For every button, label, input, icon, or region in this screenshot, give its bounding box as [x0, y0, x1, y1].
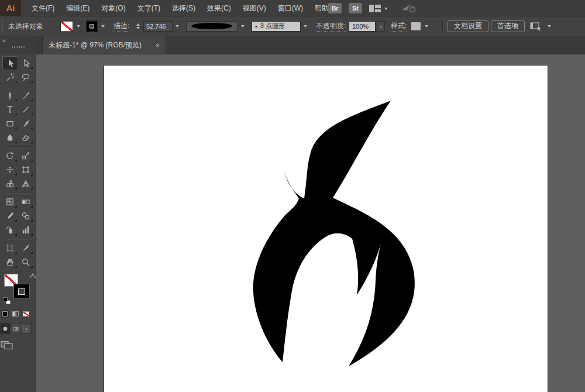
slice-tool[interactable] — [18, 241, 34, 255]
chevron-down-icon — [176, 25, 179, 29]
menu-item-1[interactable]: 编辑(E) — [60, 0, 95, 16]
gradient-button[interactable] — [11, 309, 20, 318]
toolbar-panel: « — [0, 36, 36, 392]
blob-brush-tool[interactable] — [2, 130, 18, 145]
draw-inside-button[interactable] — [21, 323, 32, 334]
draw-normal-button[interactable] — [0, 323, 11, 334]
free-transform-tool[interactable] — [18, 163, 34, 177]
line-segment-tool[interactable] — [18, 102, 34, 116]
toolbar-separator — [5, 86, 32, 87]
collapse-toolbar-button[interactable]: « — [2, 37, 6, 44]
lasso-tool[interactable] — [18, 70, 34, 84]
document-tab-title: 未标题-1* @ 97% (RGB/预览) — [49, 40, 152, 50]
brush-dropdown-button[interactable] — [301, 21, 309, 32]
style-dropdown-button[interactable] — [422, 21, 431, 32]
eyedropper-tool[interactable] — [2, 209, 18, 223]
menu-item-4[interactable]: 选择(S) — [166, 0, 201, 16]
toolbar-separator — [5, 239, 32, 239]
draw-behind-button[interactable] — [11, 323, 21, 334]
swap-fill-stroke-icon[interactable] — [29, 273, 36, 280]
screen-mode-icon[interactable] — [0, 340, 14, 350]
menu-item-7[interactable]: 窗口(W) — [272, 0, 309, 16]
document-tab[interactable]: 未标题-1* @ 97% (RGB/预览) × — [42, 36, 166, 54]
magic-wand-tool[interactable] — [2, 70, 18, 84]
opacity-expand-button[interactable]: › — [377, 21, 385, 32]
stroke-color-swatch[interactable] — [86, 20, 98, 32]
tools-grid — [0, 54, 36, 269]
menu-item-5[interactable]: 效果(C) — [201, 0, 237, 16]
blend-tool[interactable] — [18, 209, 34, 223]
menu-item-6[interactable]: 视图(V) — [237, 0, 272, 16]
stroke-dropdown-button[interactable] — [99, 21, 107, 32]
perspective-grid-tool[interactable] — [18, 177, 34, 191]
close-icon[interactable]: × — [155, 41, 160, 50]
select-similar-icon[interactable] — [530, 22, 543, 31]
style-swatch[interactable] — [411, 22, 421, 31]
brush-dot-icon: • — [255, 23, 257, 30]
chevron-down-icon[interactable] — [384, 8, 388, 12]
menu-item-3[interactable]: 文字(T) — [132, 0, 166, 16]
cs-live-icon[interactable] — [401, 2, 421, 14]
shape-builder-tool[interactable] — [2, 177, 18, 191]
stock-button[interactable]: St — [349, 3, 362, 13]
rectangle-tool[interactable] — [2, 116, 18, 130]
hand-tool[interactable] — [2, 255, 18, 269]
type-tool[interactable] — [2, 102, 18, 116]
flame-shape[interactable] — [253, 101, 415, 366]
default-fill-stroke-icon[interactable] — [3, 297, 11, 304]
bridge-button[interactable]: Br — [328, 3, 342, 13]
menu-bar-right: Br St — [321, 0, 421, 16]
gradient-tool[interactable] — [18, 195, 34, 209]
opacity-field[interactable]: 100% — [349, 21, 376, 32]
color-button[interactable] — [0, 309, 10, 318]
stroke-weight-dropdown[interactable] — [173, 21, 181, 32]
menu-separator — [321, 4, 321, 13]
panel-grip[interactable] — [1, 19, 4, 33]
menu-item-2[interactable]: 对象(O) — [95, 0, 131, 16]
fill-dropdown-button[interactable] — [74, 21, 82, 32]
direct-selection-tool[interactable] — [18, 56, 34, 70]
select-similar-dropdown[interactable] — [545, 21, 553, 32]
selection-tool[interactable] — [2, 56, 18, 70]
stroke-weight-field[interactable]: 52.746 — [143, 21, 173, 32]
none-button[interactable] — [21, 309, 31, 318]
drawing-mode-buttons — [0, 323, 36, 334]
canvas-pasteboard[interactable] — [36, 54, 585, 392]
eraser-tool[interactable] — [18, 130, 34, 145]
preferences-button[interactable]: 首选项 — [491, 20, 525, 32]
mesh-tool[interactable] — [2, 195, 18, 209]
toolbar-grip[interactable] — [12, 46, 25, 48]
menu-items: 文件(F)编辑(E)对象(O)文字(T)选择(S)效果(C)视图(V)窗口(W)… — [26, 0, 345, 16]
pencil-tool[interactable] — [18, 88, 34, 102]
stroke-proxy-swatch[interactable] — [13, 284, 30, 299]
style-label[interactable]: 样式: — [391, 20, 407, 32]
menu-item-0[interactable]: 文件(F) — [26, 0, 60, 16]
scale-tool[interactable] — [18, 149, 34, 163]
brush-name: 3 点圆形 — [260, 22, 285, 30]
toolbar-separator — [5, 146, 32, 147]
document-setup-button[interactable]: 文档设置 — [448, 20, 488, 32]
symbol-sprayer-tool[interactable] — [2, 223, 18, 237]
workspace-switcher-icon[interactable] — [369, 5, 381, 12]
paintbrush-tool[interactable] — [18, 116, 34, 130]
toolbar-header: « — [0, 36, 36, 54]
stroke-weight-stepper[interactable] — [136, 22, 140, 31]
rotate-tool[interactable] — [2, 149, 18, 163]
artboard-tool[interactable] — [2, 241, 18, 255]
zoom-tool[interactable] — [18, 255, 34, 269]
stroke-weight-label[interactable]: 描边: — [113, 20, 129, 32]
chevron-down-icon — [241, 25, 245, 29]
brush-stroke-preview[interactable] — [186, 21, 238, 32]
width-tool[interactable] — [2, 163, 18, 177]
opacity-label[interactable]: 不透明度: — [316, 20, 346, 32]
chevron-down-icon — [548, 25, 551, 29]
chevron-down-icon — [425, 25, 428, 29]
chevron-down-icon — [304, 25, 307, 29]
control-separator — [442, 20, 443, 33]
column-graph-tool[interactable] — [18, 223, 34, 237]
brush-definition-field[interactable]: • 3 点圆形 — [252, 21, 301, 32]
fill-color-swatch[interactable] — [60, 20, 73, 32]
variable-width-dropdown[interactable] — [239, 21, 247, 32]
artboard[interactable] — [104, 65, 548, 392]
pen-tool[interactable] — [2, 88, 18, 102]
